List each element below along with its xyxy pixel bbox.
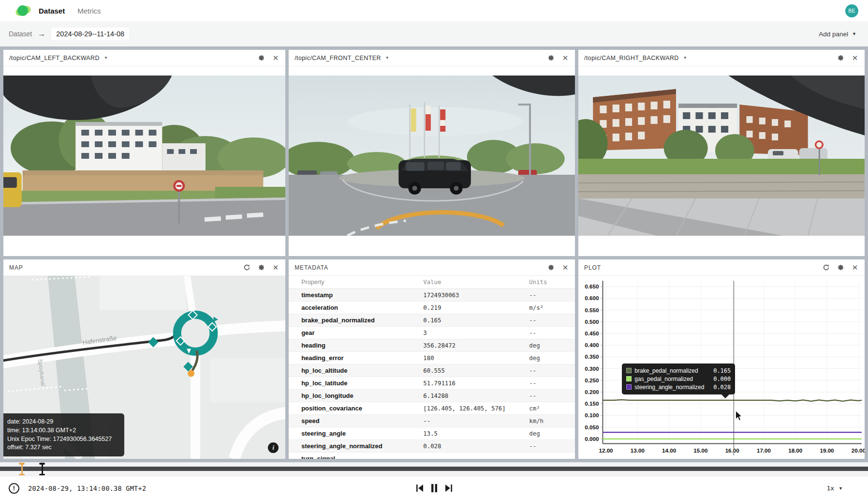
topic-selector-cam-center[interactable]: /topic/CAM_FRONT_CENTER ▼ bbox=[294, 55, 389, 61]
column-header-value: Value bbox=[423, 276, 529, 289]
property-cell: gear bbox=[289, 327, 423, 339]
y-tick-label: 0.600 bbox=[585, 295, 599, 301]
camera-view-right-backward[interactable] bbox=[578, 76, 865, 236]
property-cell: acceleration bbox=[289, 302, 423, 314]
breadcrumb-root[interactable]: Dataset bbox=[9, 30, 32, 38]
pause-button[interactable] bbox=[431, 484, 438, 492]
x-tick-label: 20.00 bbox=[852, 447, 865, 454]
value-cell: 0.219 bbox=[423, 302, 529, 314]
map-canvas[interactable]: Hafenstraße Spoykanal date: 2024-08-29 t… bbox=[3, 276, 285, 459]
info-icon[interactable]: i bbox=[268, 442, 279, 453]
table-row: turn_signal---- bbox=[289, 453, 575, 459]
value-cell: [126.405, 126.405, 576] bbox=[423, 402, 529, 415]
timeline-marker-offset[interactable] bbox=[18, 463, 25, 475]
table-row: hp_loc_latitude51.791116-- bbox=[289, 377, 575, 390]
property-cell: steering_angle bbox=[289, 427, 423, 440]
legend-row: brake_pedal_normalized0.165 bbox=[626, 366, 731, 375]
playback-bar: ! 2024-08-29, 13:14:00.38 GMT+2 1x ▼ bbox=[0, 476, 868, 500]
tab-metrics[interactable]: Metrics bbox=[77, 7, 101, 15]
topic-label: /topic/CAM_LEFT_BACKWARD bbox=[9, 55, 100, 61]
close-icon[interactable]: ✕ bbox=[851, 264, 859, 272]
skip-back-button[interactable] bbox=[416, 484, 424, 492]
chevron-down-icon: ▼ bbox=[839, 486, 843, 491]
legend-swatch bbox=[626, 384, 632, 390]
tooltip-date: date: 2024-08-29 bbox=[7, 418, 118, 426]
gear-icon[interactable] bbox=[837, 264, 844, 272]
column-header-property: Property bbox=[289, 276, 423, 289]
property-cell: hp_loc_altitude bbox=[289, 364, 423, 377]
gear-icon[interactable] bbox=[837, 54, 844, 62]
x-tick-label: 15.00 bbox=[693, 447, 707, 454]
refresh-icon[interactable] bbox=[243, 264, 250, 272]
topic-label: /topic/CAM_RIGHT_BACKWARD bbox=[584, 55, 679, 61]
units-cell: m/s² bbox=[529, 302, 575, 314]
value-cell: 180 bbox=[423, 352, 529, 364]
breadcrumb-bar: Dataset → 2024-08-29--11-14-08 Add panel… bbox=[0, 21, 868, 46]
metadata-table-body: timestamp1724930063--acceleration0.219m/… bbox=[289, 289, 575, 459]
app-logo-icon[interactable] bbox=[16, 4, 31, 17]
table-row: hp_loc_longitude6.14288-- bbox=[289, 390, 575, 402]
value-cell: 0.028 bbox=[423, 440, 529, 453]
refresh-icon[interactable] bbox=[822, 264, 830, 272]
gear-icon[interactable] bbox=[547, 264, 555, 272]
breadcrumb-current[interactable]: 2024-08-29--11-14-08 bbox=[51, 28, 129, 40]
panel-cam-left-backward: /topic/CAM_LEFT_BACKWARD ▼ ✕ bbox=[3, 50, 285, 256]
topic-selector-cam-right[interactable]: /topic/CAM_RIGHT_BACKWARD ▼ bbox=[584, 55, 687, 61]
camera-view-left-backward[interactable] bbox=[3, 76, 285, 236]
alert-icon[interactable]: ! bbox=[9, 483, 19, 494]
plot-canvas[interactable]: 0.0000.0500.1000.1500.2000.2500.3000.350… bbox=[578, 276, 865, 459]
value-cell: 3 bbox=[423, 327, 529, 339]
close-icon[interactable]: ✕ bbox=[272, 54, 280, 62]
legend-swatch bbox=[626, 376, 632, 381]
x-tick-label: 12.00 bbox=[599, 447, 613, 454]
gear-icon[interactable] bbox=[547, 54, 555, 62]
skip-forward-button[interactable] bbox=[445, 484, 453, 492]
close-icon[interactable]: ✕ bbox=[851, 54, 859, 62]
panel-map: MAP ✕ bbox=[3, 259, 285, 459]
units-cell: -- bbox=[529, 390, 575, 402]
x-tick-label: 18.00 bbox=[788, 447, 802, 454]
y-tick-label: 0.350 bbox=[585, 353, 599, 360]
property-cell: speed bbox=[289, 415, 423, 427]
units-cell: km/h bbox=[529, 415, 575, 427]
scene-right bbox=[578, 76, 865, 236]
add-panel-label: Add panel bbox=[819, 30, 848, 38]
y-tick-label: 0.050 bbox=[585, 424, 599, 430]
value-cell: 6.14288 bbox=[423, 390, 529, 402]
gear-icon[interactable] bbox=[257, 264, 265, 272]
value-cell: 356.28472 bbox=[423, 339, 529, 352]
gear-icon[interactable] bbox=[257, 54, 265, 62]
user-avatar[interactable]: BE bbox=[845, 4, 858, 17]
timeline-marker-playhead[interactable] bbox=[39, 463, 45, 475]
x-tick-label: 14.00 bbox=[662, 447, 676, 454]
column-header-units: Units bbox=[529, 276, 575, 289]
y-tick-label: 0.500 bbox=[585, 318, 599, 325]
value-cell: -- bbox=[423, 453, 529, 459]
units-cell: -- bbox=[529, 440, 575, 453]
chevron-down-icon: ▼ bbox=[852, 31, 856, 36]
camera-view-front-center[interactable] bbox=[289, 76, 575, 236]
units-cell: -- bbox=[529, 327, 575, 339]
close-icon[interactable]: ✕ bbox=[561, 264, 569, 272]
table-row: steering_angle13.5deg bbox=[289, 427, 575, 440]
table-row: heading356.28472deg bbox=[289, 339, 575, 352]
tab-dataset[interactable]: Dataset bbox=[39, 7, 65, 15]
property-cell: heading_error bbox=[289, 352, 423, 364]
topic-selector-cam-left[interactable]: /topic/CAM_LEFT_BACKWARD ▼ bbox=[9, 55, 108, 61]
legend-value: 0.165 bbox=[713, 367, 731, 374]
property-cell: heading bbox=[289, 339, 423, 352]
add-panel-button[interactable]: Add panel ▼ bbox=[819, 30, 856, 38]
y-tick-label: 0.150 bbox=[585, 400, 599, 407]
playback-speed-dropdown[interactable]: 1x ▼ bbox=[826, 485, 843, 492]
timeline-track[interactable] bbox=[0, 467, 868, 471]
tooltip-time: time: 13:14:00.38 GMT+2 bbox=[7, 426, 118, 435]
mouse-cursor-icon bbox=[736, 411, 742, 421]
units-cell: -- bbox=[529, 377, 575, 390]
y-tick-label: 0.250 bbox=[585, 377, 599, 383]
close-icon[interactable]: ✕ bbox=[561, 54, 569, 62]
close-icon[interactable]: ✕ bbox=[272, 264, 280, 272]
plot-legend-tooltip: brake_pedal_normalized0.165gas_pedal_nor… bbox=[622, 364, 735, 394]
value-cell: -- bbox=[423, 415, 529, 427]
breadcrumb-arrow-icon: → bbox=[38, 30, 45, 38]
property-cell: turn_signal bbox=[289, 453, 423, 459]
